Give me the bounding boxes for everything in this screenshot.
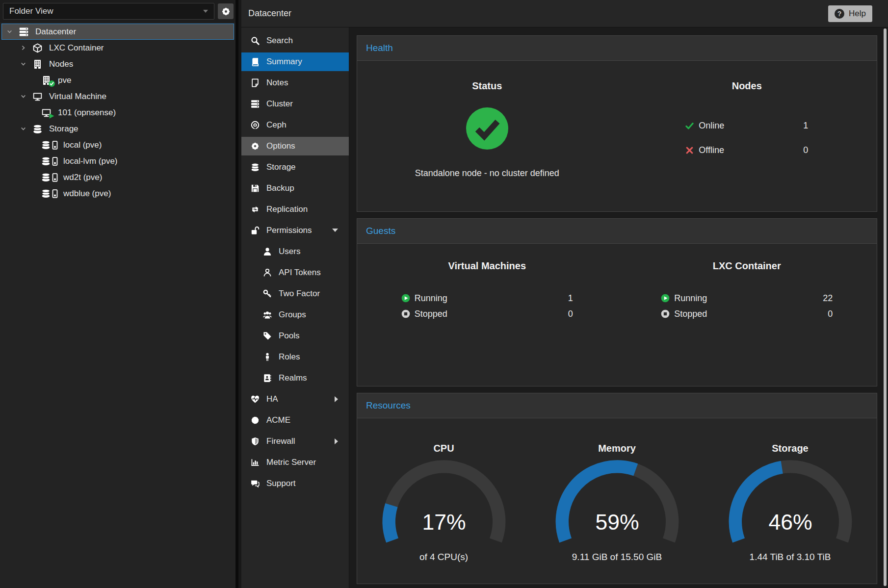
guests-panel: Guests Virtual Machines Running 1 <box>357 218 877 386</box>
play-circle-icon <box>661 294 670 303</box>
node-online-icon <box>41 76 52 85</box>
tree-item-nodes[interactable]: Nodes <box>1 56 234 72</box>
lxc-running-label: Running <box>674 293 707 304</box>
tree-settings-button[interactable] <box>218 3 234 19</box>
collapse-icon[interactable] <box>20 93 32 100</box>
menu-item-firewall[interactable]: Firewall <box>241 432 349 451</box>
vm-icon <box>32 92 43 102</box>
menu-item-summary[interactable]: Summary <box>241 52 349 71</box>
menu-item-api-tokens[interactable]: API Tokens <box>241 263 349 282</box>
menu-item-groups[interactable]: Groups <box>241 306 349 324</box>
burst-icon <box>250 415 260 425</box>
tree-item-virtual-machine[interactable]: Virtual Machine <box>1 88 234 104</box>
menu-item-users[interactable]: Users <box>241 242 349 261</box>
stop-circle-icon <box>661 309 670 318</box>
menu-item-replication[interactable]: Replication <box>241 200 349 219</box>
nodes-online-row: Online 1 <box>685 113 808 138</box>
collapse-icon[interactable] <box>6 28 18 35</box>
tree-item-pve[interactable]: pve <box>1 72 234 88</box>
collapse-icon[interactable] <box>20 126 32 132</box>
menu-item-notes[interactable]: Notes <box>241 74 349 92</box>
menu-item-label: Metric Server <box>266 458 316 467</box>
storage-icon <box>32 124 43 134</box>
vertical-scrollbar[interactable] <box>884 28 887 586</box>
menu-item-two-factor[interactable]: Two Factor <box>241 284 349 303</box>
comments-icon <box>250 479 260 488</box>
tree-item-storage-local-lvm[interactable]: local-lvm (pve) <box>1 153 234 169</box>
resource-tree-panel: Folder View Datacenter LXC Container Nod… <box>0 0 238 588</box>
menu-item-label: Storage <box>266 162 296 172</box>
tree-item-lxc-container[interactable]: LXC Container <box>1 40 234 56</box>
menu-item-roles[interactable]: Roles <box>241 348 349 366</box>
check-badge-icon <box>49 80 55 87</box>
menu-item-support[interactable]: Support <box>241 474 349 493</box>
tree-item-datacenter[interactable]: Datacenter <box>1 24 234 40</box>
menu-item-cluster[interactable]: Cluster <box>241 95 349 113</box>
menu-item-label: Search <box>266 36 293 46</box>
health-panel-header: Health <box>357 36 877 61</box>
menu-item-backup[interactable]: Backup <box>241 179 349 198</box>
nodes-offline-label: Offline <box>699 145 724 155</box>
menu-item-permissions[interactable]: Permissions <box>241 221 349 240</box>
tree-item-storage[interactable]: Storage <box>1 121 234 137</box>
tree-item-label: pve <box>58 76 71 85</box>
tree-item-label: Nodes <box>49 59 73 69</box>
collapse-icon[interactable] <box>20 61 32 67</box>
tag-icon <box>262 331 272 341</box>
tree-item-label: local-lvm (pve) <box>63 156 118 166</box>
chevron-down-icon <box>332 229 338 232</box>
menu-item-options[interactable]: Options <box>241 137 349 155</box>
tree-item-vm-101[interactable]: 101 (opnsense) <box>1 104 234 121</box>
guests-panel-header: Guests <box>357 219 877 244</box>
tree-item-storage-local[interactable]: local (pve) <box>1 137 234 153</box>
cpu-sub-label: of 4 CPU(s) <box>357 552 530 562</box>
storage-sub-label: 1.44 TiB of 3.10 TiB <box>704 552 877 562</box>
resources-panel: Resources CPU 17% of 4 CPU(s) Memory <box>357 393 877 584</box>
menu-item-label: Groups <box>279 310 306 320</box>
cpu-gauge-section: CPU 17% of 4 CPU(s) <box>357 418 530 562</box>
vm-heading: Virtual Machines <box>357 260 617 272</box>
container-icon <box>32 43 43 53</box>
menu-item-ceph[interactable]: Ceph <box>241 116 349 134</box>
section-menu: Search Summary Notes Cluster Ceph Option… <box>241 27 349 588</box>
menu-item-label: API Tokens <box>279 268 321 278</box>
user-outline-icon <box>262 268 272 278</box>
storage-volume-icon <box>41 140 58 150</box>
tree-item-storage-wdblue[interactable]: wdblue (pve) <box>1 185 234 202</box>
menu-item-label: Cluster <box>266 99 293 109</box>
tree-item-label: local (pve) <box>63 140 102 150</box>
menu-item-ha[interactable]: HA <box>241 390 349 409</box>
storage-volume-icon <box>41 173 58 182</box>
vm-running-icon <box>41 108 52 118</box>
menu-item-acme[interactable]: ACME <box>241 411 349 430</box>
ceph-icon <box>250 120 260 130</box>
tree-item-label: wdblue (pve) <box>63 189 111 199</box>
storage-gauge: 46% <box>709 460 871 551</box>
nodes-heading: Nodes <box>617 80 877 92</box>
summary-content: Health Status Standalone node - no clust… <box>349 27 888 588</box>
resources-panel-header: Resources <box>357 393 877 418</box>
page-title: Datacenter <box>248 8 291 19</box>
menu-item-search[interactable]: Search <box>241 31 349 50</box>
vm-stopped-row: Stopped 0 <box>401 306 573 322</box>
menu-item-realms[interactable]: Realms <box>241 369 349 387</box>
vm-running-row: Running 1 <box>401 290 573 306</box>
view-selector[interactable]: Folder View <box>3 3 214 20</box>
user-icon <box>262 247 272 256</box>
memory-gauge: 59% <box>536 460 698 551</box>
cluster-status-section: Status Standalone node - no cluster defi… <box>357 61 617 179</box>
menu-item-label: Users <box>279 247 300 256</box>
check-icon <box>685 122 694 130</box>
menu-item-metric-server[interactable]: Metric Server <box>241 453 349 472</box>
menu-item-pools[interactable]: Pools <box>241 327 349 345</box>
chevron-down-icon <box>203 10 208 13</box>
expand-icon[interactable] <box>20 45 32 51</box>
lxc-heading: LXC Container <box>617 260 877 272</box>
gear-icon <box>221 7 231 16</box>
users-icon <box>262 310 272 320</box>
menu-item-label: Realms <box>279 373 307 383</box>
menu-item-storage[interactable]: Storage <box>241 158 349 177</box>
tree-item-storage-wd2t[interactable]: wd2t (pve) <box>1 169 234 185</box>
person-icon <box>262 352 272 362</box>
help-button[interactable]: ? Help <box>828 5 872 22</box>
